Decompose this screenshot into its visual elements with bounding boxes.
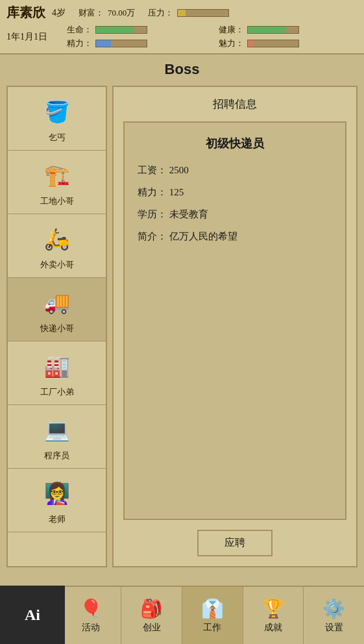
ai-label: Ai bbox=[25, 606, 40, 624]
business-icon: 🎒 bbox=[140, 598, 163, 619]
nav-item-settings[interactable]: ⚙️ 设置 bbox=[304, 587, 364, 644]
charm-stat-row: 魅力： bbox=[219, 38, 358, 49]
content-area: 🪣 乞丐 🏗️ 工地小哥 🛵 外卖小哥 🚚 快递小哥 🏭 工厂小弟 💻 bbox=[6, 86, 358, 567]
apply-button[interactable]: 应聘 bbox=[197, 530, 273, 556]
health-stat-row: 生命： bbox=[67, 24, 206, 36]
salary-label: 工资： bbox=[138, 165, 167, 175]
salary-row: 工资： 2500 bbox=[138, 164, 332, 177]
job-list: 🪣 乞丐 🏗️ 工地小哥 🛵 外卖小哥 🚚 快递小哥 🏭 工厂小弟 💻 bbox=[6, 86, 107, 567]
ai-badge: Ai bbox=[0, 586, 65, 644]
charm-label: 魅力： bbox=[219, 38, 244, 49]
nav-item-business[interactable]: 🎒 创业 bbox=[121, 587, 182, 644]
wealth-label: 财富： bbox=[79, 7, 104, 19]
wealth-stat: 财富： 70.00万 bbox=[79, 7, 135, 19]
energy-bar bbox=[95, 40, 147, 47]
factory-icon: 🏭 bbox=[39, 348, 75, 384]
achievement-icon: 🏆 bbox=[262, 598, 285, 619]
player-age: 4岁 bbox=[52, 7, 66, 19]
energy-row: 精力： 125 bbox=[138, 186, 332, 199]
programmer-icon: 💻 bbox=[39, 412, 75, 447]
intro-label: 简介： bbox=[138, 231, 167, 242]
work-icon: 👔 bbox=[201, 598, 224, 619]
page-title: Boss bbox=[6, 61, 358, 78]
charm-bar-fill bbox=[248, 40, 253, 47]
job-item-food-delivery[interactable]: 🛵 外卖小哥 bbox=[8, 214, 106, 278]
health2-bar-fill bbox=[248, 27, 286, 33]
work-label: 工作 bbox=[203, 622, 221, 634]
teacher-icon: 👩‍🏫 bbox=[39, 475, 75, 511]
activity-label: 活动 bbox=[82, 622, 100, 634]
teacher-label: 老师 bbox=[49, 514, 66, 525]
pressure-bar-fill bbox=[178, 10, 186, 16]
job-item-factory[interactable]: 🏭 工厂小弟 bbox=[8, 341, 106, 405]
construction-label: 工地小哥 bbox=[40, 195, 74, 207]
recruit-title: 招聘信息 bbox=[123, 97, 346, 112]
nav-item-achievement[interactable]: 🏆 成就 bbox=[243, 587, 304, 644]
energy-label: 精力： bbox=[67, 38, 92, 49]
courier-label: 快递小哥 bbox=[40, 323, 74, 334]
stats-grid: 生命： 健康： 精力： 魅力： bbox=[67, 24, 358, 49]
education-label: 学历： bbox=[138, 209, 167, 219]
health2-label: 健康： bbox=[219, 24, 244, 36]
programmer-label: 程序员 bbox=[44, 450, 69, 462]
health2-bar bbox=[247, 26, 299, 34]
player-name: 库素欣 bbox=[6, 4, 45, 21]
construction-icon: 🏗️ bbox=[39, 157, 75, 193]
health-label: 生命： bbox=[67, 24, 92, 36]
energy-stat-row: 精力： bbox=[67, 38, 206, 49]
education-row: 学历： 未受教育 bbox=[138, 208, 332, 221]
job-item-construction[interactable]: 🏗️ 工地小哥 bbox=[8, 151, 106, 214]
settings-label: 设置 bbox=[325, 622, 343, 634]
beggar-icon: 🪣 bbox=[39, 93, 75, 129]
energy-bar-fill bbox=[96, 40, 111, 47]
business-label: 创业 bbox=[143, 622, 161, 634]
health-bar bbox=[95, 26, 147, 34]
charm-bar bbox=[247, 40, 299, 47]
date-text: 1年1月1日 bbox=[6, 31, 47, 43]
header: 库素欣 4岁 财富： 70.00万 压力： 1年1月1日 生命： 健康： bbox=[0, 0, 364, 55]
courier-icon: 🚚 bbox=[39, 284, 75, 320]
health-bar-fill bbox=[96, 27, 134, 33]
main-content: Boss 🪣 乞丐 🏗️ 工地小哥 🛵 外卖小哥 🚚 快递小哥 🏭 bbox=[0, 55, 364, 575]
intro-value: 亿万人民的希望 bbox=[169, 231, 237, 242]
wealth-value: 70.00万 bbox=[108, 7, 135, 19]
factory-label: 工厂小弟 bbox=[40, 386, 74, 398]
salary-value: 2500 bbox=[169, 165, 189, 175]
job-item-programmer[interactable]: 💻 程序员 bbox=[8, 405, 106, 469]
pressure-stat: 压力： bbox=[148, 7, 229, 19]
nav-item-activity[interactable]: 🎈 活动 bbox=[61, 587, 122, 644]
achievement-label: 成就 bbox=[264, 622, 282, 634]
settings-icon: ⚙️ bbox=[322, 598, 345, 619]
education-value: 未受教育 bbox=[169, 209, 208, 219]
beggar-label: 乞丐 bbox=[49, 132, 66, 143]
job-item-courier[interactable]: 🚚 快递小哥 bbox=[8, 278, 106, 341]
job-item-teacher[interactable]: 👩‍🏫 老师 bbox=[8, 469, 106, 532]
energy-req-label: 精力： bbox=[138, 187, 167, 197]
detail-panel: 招聘信息 初级快递员 工资： 2500 精力： 125 学历： 未受教育 bbox=[112, 86, 358, 567]
pressure-bar bbox=[177, 9, 229, 17]
pressure-label: 压力： bbox=[148, 7, 173, 19]
job-detail-box: 初级快递员 工资： 2500 精力： 125 学历： 未受教育 bbox=[123, 121, 346, 520]
intro-row: 简介： 亿万人民的希望 bbox=[138, 230, 332, 243]
activity-icon: 🎈 bbox=[80, 598, 103, 619]
food-delivery-label: 外卖小哥 bbox=[40, 259, 74, 271]
energy-req-value: 125 bbox=[169, 187, 184, 197]
job-detail-name: 初级快递员 bbox=[138, 136, 332, 151]
nav-item-work[interactable]: 👔 工作 bbox=[182, 587, 243, 644]
food-delivery-icon: 🛵 bbox=[39, 221, 75, 256]
health2-stat-row: 健康： bbox=[219, 24, 358, 36]
job-item-beggar[interactable]: 🪣 乞丐 bbox=[8, 87, 106, 151]
